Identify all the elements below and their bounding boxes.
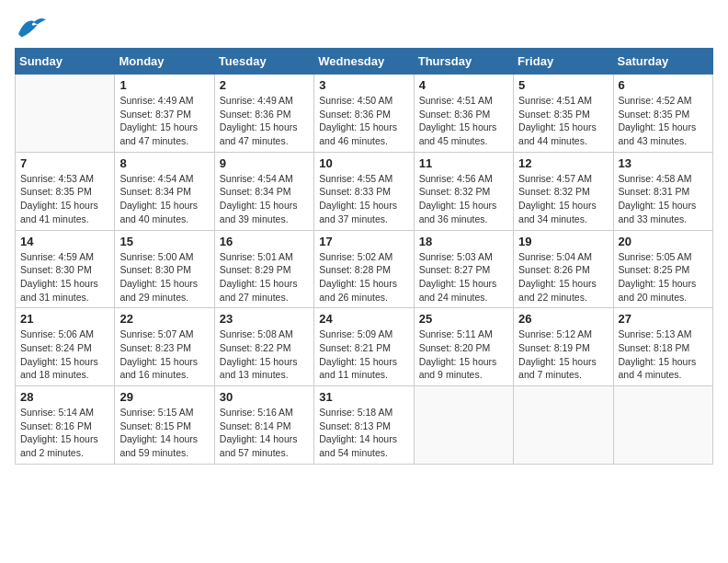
day-info: Sunrise: 5:16 AM Sunset: 8:14 PM Dayligh… bbox=[220, 406, 309, 460]
weekday-header-wednesday: Wednesday bbox=[314, 49, 414, 75]
day-number: 12 bbox=[518, 156, 608, 170]
day-info: Sunrise: 5:18 AM Sunset: 8:13 PM Dayligh… bbox=[319, 406, 408, 460]
weekday-header-thursday: Thursday bbox=[414, 49, 513, 75]
day-number: 15 bbox=[119, 235, 209, 248]
day-info: Sunrise: 4:49 AM Sunset: 8:37 PM Dayligh… bbox=[119, 94, 209, 148]
calendar-cell: 1Sunrise: 4:49 AM Sunset: 8:37 PM Daylig… bbox=[115, 75, 214, 153]
day-info: Sunrise: 5:06 AM Sunset: 8:24 PM Dayligh… bbox=[20, 327, 109, 382]
day-number: 26 bbox=[518, 312, 608, 326]
day-info: Sunrise: 5:07 AM Sunset: 8:23 PM Dayligh… bbox=[119, 327, 209, 382]
calendar-week-row: 21Sunrise: 5:06 AM Sunset: 8:24 PM Dayli… bbox=[16, 308, 713, 386]
calendar-cell bbox=[514, 386, 613, 465]
day-number: 31 bbox=[319, 390, 408, 404]
calendar-cell: 25Sunrise: 5:11 AM Sunset: 8:20 PM Dayli… bbox=[414, 308, 513, 386]
day-info: Sunrise: 4:58 AM Sunset: 8:31 PM Dayligh… bbox=[619, 172, 708, 226]
day-info: Sunrise: 5:12 AM Sunset: 8:19 PM Dayligh… bbox=[518, 327, 608, 382]
calendar-cell: 3Sunrise: 4:50 AM Sunset: 8:36 PM Daylig… bbox=[314, 75, 414, 153]
day-number: 13 bbox=[619, 156, 708, 170]
day-number: 7 bbox=[20, 156, 109, 170]
day-info: Sunrise: 5:02 AM Sunset: 8:28 PM Dayligh… bbox=[319, 250, 408, 304]
calendar-week-row: 7Sunrise: 4:53 AM Sunset: 8:35 PM Daylig… bbox=[16, 152, 713, 230]
day-number: 30 bbox=[220, 390, 309, 404]
calendar-cell: 12Sunrise: 4:57 AM Sunset: 8:32 PM Dayli… bbox=[514, 152, 613, 230]
weekday-header-monday: Monday bbox=[115, 49, 214, 75]
calendar-cell: 21Sunrise: 5:06 AM Sunset: 8:24 PM Dayli… bbox=[16, 308, 115, 386]
calendar-cell: 10Sunrise: 4:55 AM Sunset: 8:33 PM Dayli… bbox=[314, 152, 414, 230]
day-number: 17 bbox=[319, 235, 408, 248]
day-number: 20 bbox=[619, 235, 708, 248]
calendar-cell bbox=[16, 75, 115, 153]
calendar-cell: 27Sunrise: 5:13 AM Sunset: 8:18 PM Dayli… bbox=[613, 308, 712, 386]
day-info: Sunrise: 4:57 AM Sunset: 8:32 PM Dayligh… bbox=[518, 172, 608, 226]
day-number: 3 bbox=[319, 78, 408, 92]
day-info: Sunrise: 5:08 AM Sunset: 8:22 PM Dayligh… bbox=[220, 327, 309, 382]
calendar-cell: 11Sunrise: 4:56 AM Sunset: 8:32 PM Dayli… bbox=[414, 152, 513, 230]
calendar-cell: 26Sunrise: 5:12 AM Sunset: 8:19 PM Dayli… bbox=[514, 308, 613, 386]
logo-icon bbox=[15, 15, 48, 40]
calendar-cell: 16Sunrise: 5:01 AM Sunset: 8:29 PM Dayli… bbox=[214, 230, 313, 308]
day-number: 5 bbox=[518, 78, 608, 92]
day-number: 19 bbox=[518, 235, 608, 248]
calendar-cell: 31Sunrise: 5:18 AM Sunset: 8:13 PM Dayli… bbox=[314, 386, 414, 465]
day-number: 21 bbox=[20, 312, 109, 326]
weekday-header-tuesday: Tuesday bbox=[214, 49, 313, 75]
page-header bbox=[15, 15, 713, 40]
day-info: Sunrise: 4:54 AM Sunset: 8:34 PM Dayligh… bbox=[119, 172, 209, 226]
day-info: Sunrise: 4:51 AM Sunset: 8:35 PM Dayligh… bbox=[518, 94, 608, 148]
calendar-cell: 28Sunrise: 5:14 AM Sunset: 8:16 PM Dayli… bbox=[16, 386, 115, 465]
day-number: 8 bbox=[119, 156, 209, 170]
day-number: 14 bbox=[20, 235, 109, 248]
day-number: 4 bbox=[419, 78, 508, 92]
day-info: Sunrise: 5:11 AM Sunset: 8:20 PM Dayligh… bbox=[419, 327, 508, 382]
day-info: Sunrise: 4:54 AM Sunset: 8:34 PM Dayligh… bbox=[220, 172, 309, 226]
calendar-cell: 23Sunrise: 5:08 AM Sunset: 8:22 PM Dayli… bbox=[214, 308, 313, 386]
calendar-cell: 4Sunrise: 4:51 AM Sunset: 8:36 PM Daylig… bbox=[414, 75, 513, 153]
calendar-cell: 14Sunrise: 4:59 AM Sunset: 8:30 PM Dayli… bbox=[16, 230, 115, 308]
calendar-week-row: 28Sunrise: 5:14 AM Sunset: 8:16 PM Dayli… bbox=[16, 386, 713, 465]
day-info: Sunrise: 5:01 AM Sunset: 8:29 PM Dayligh… bbox=[220, 250, 309, 304]
day-number: 28 bbox=[20, 390, 109, 404]
day-number: 10 bbox=[319, 156, 408, 170]
day-info: Sunrise: 4:53 AM Sunset: 8:35 PM Dayligh… bbox=[20, 172, 109, 226]
weekday-header-friday: Friday bbox=[514, 49, 613, 75]
day-number: 1 bbox=[119, 78, 209, 92]
calendar-cell: 13Sunrise: 4:58 AM Sunset: 8:31 PM Dayli… bbox=[613, 152, 712, 230]
weekday-header-saturday: Saturday bbox=[613, 49, 712, 75]
day-number: 11 bbox=[419, 156, 508, 170]
day-info: Sunrise: 4:52 AM Sunset: 8:35 PM Dayligh… bbox=[619, 94, 708, 148]
calendar-week-row: 14Sunrise: 4:59 AM Sunset: 8:30 PM Dayli… bbox=[16, 230, 713, 308]
day-number: 9 bbox=[220, 156, 309, 170]
calendar-cell: 19Sunrise: 5:04 AM Sunset: 8:26 PM Dayli… bbox=[514, 230, 613, 308]
day-info: Sunrise: 5:03 AM Sunset: 8:27 PM Dayligh… bbox=[419, 250, 508, 304]
calendar-cell: 18Sunrise: 5:03 AM Sunset: 8:27 PM Dayli… bbox=[414, 230, 513, 308]
day-number: 22 bbox=[119, 312, 209, 326]
day-number: 18 bbox=[419, 235, 508, 248]
calendar-cell: 17Sunrise: 5:02 AM Sunset: 8:28 PM Dayli… bbox=[314, 230, 414, 308]
day-number: 25 bbox=[419, 312, 508, 326]
calendar-cell: 29Sunrise: 5:15 AM Sunset: 8:15 PM Dayli… bbox=[115, 386, 214, 465]
calendar-header-row: SundayMondayTuesdayWednesdayThursdayFrid… bbox=[16, 49, 713, 75]
calendar-cell: 15Sunrise: 5:00 AM Sunset: 8:30 PM Dayli… bbox=[115, 230, 214, 308]
day-info: Sunrise: 5:14 AM Sunset: 8:16 PM Dayligh… bbox=[20, 406, 109, 460]
day-number: 27 bbox=[619, 312, 708, 326]
calendar-week-row: 1Sunrise: 4:49 AM Sunset: 8:37 PM Daylig… bbox=[16, 75, 713, 153]
calendar-cell: 7Sunrise: 4:53 AM Sunset: 8:35 PM Daylig… bbox=[16, 152, 115, 230]
calendar-cell: 24Sunrise: 5:09 AM Sunset: 8:21 PM Dayli… bbox=[314, 308, 414, 386]
day-number: 24 bbox=[319, 312, 408, 326]
day-info: Sunrise: 4:56 AM Sunset: 8:32 PM Dayligh… bbox=[419, 172, 508, 226]
day-info: Sunrise: 5:05 AM Sunset: 8:25 PM Dayligh… bbox=[619, 250, 708, 304]
calendar-cell bbox=[414, 386, 513, 465]
day-number: 16 bbox=[220, 235, 309, 248]
calendar-cell: 6Sunrise: 4:52 AM Sunset: 8:35 PM Daylig… bbox=[613, 75, 712, 153]
day-number: 2 bbox=[220, 78, 309, 92]
day-info: Sunrise: 5:13 AM Sunset: 8:18 PM Dayligh… bbox=[619, 327, 708, 382]
weekday-header-sunday: Sunday bbox=[16, 49, 115, 75]
day-number: 29 bbox=[119, 390, 209, 404]
day-info: Sunrise: 5:09 AM Sunset: 8:21 PM Dayligh… bbox=[319, 327, 408, 382]
day-info: Sunrise: 4:50 AM Sunset: 8:36 PM Dayligh… bbox=[319, 94, 408, 148]
day-info: Sunrise: 4:55 AM Sunset: 8:33 PM Dayligh… bbox=[319, 172, 408, 226]
day-info: Sunrise: 4:59 AM Sunset: 8:30 PM Dayligh… bbox=[20, 250, 109, 304]
calendar-cell bbox=[613, 386, 712, 465]
calendar-cell: 20Sunrise: 5:05 AM Sunset: 8:25 PM Dayli… bbox=[613, 230, 712, 308]
day-info: Sunrise: 4:49 AM Sunset: 8:36 PM Dayligh… bbox=[220, 94, 309, 148]
